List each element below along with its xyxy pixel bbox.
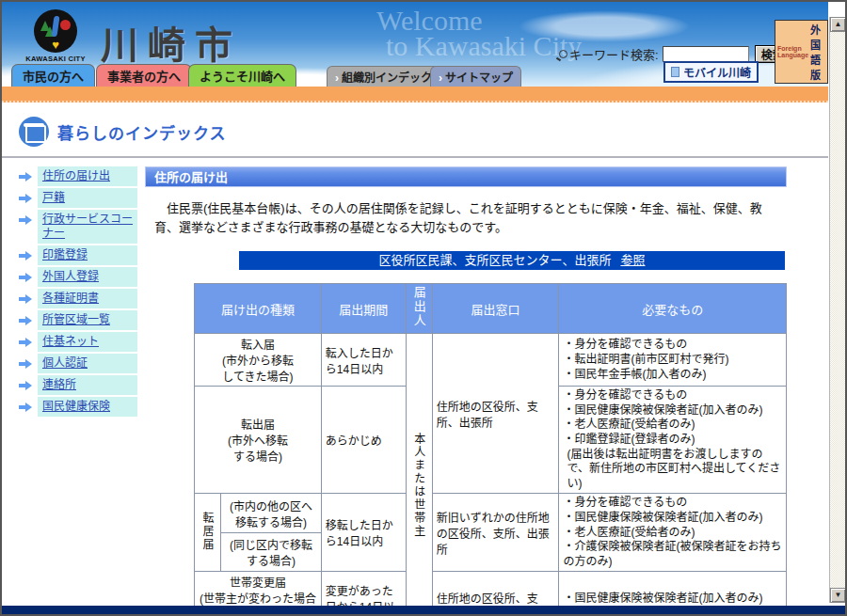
arrow-right-icon (19, 403, 32, 412)
arrow-right-icon (19, 294, 32, 304)
intro-paragraph: 住民票(住民基本台帳)は、その人の居住関係を記録し、これを証明するとともに保険・… (154, 199, 781, 237)
cell-tenkyo-period: 移転した日から14日以内 (321, 494, 406, 572)
watermark-line1: Welcome (376, 8, 582, 33)
foreign-language-en-label: ForeignLanguage (777, 45, 808, 58)
footer-bar (2, 606, 845, 614)
col-header-type: 届け出の種類 (195, 284, 322, 334)
tab-sitemap[interactable]: ›サイトマップ (430, 66, 521, 87)
sidebar-item-address-notification[interactable]: 住所の届け出 (19, 166, 145, 186)
sidebar-item-certificates[interactable]: 各種証明書 (19, 289, 145, 308)
scroll-up-icon[interactable]: ▲ (830, 17, 846, 32)
logo-river-shape (51, 16, 59, 38)
foreign-language-jp-label: 外国語版 (810, 22, 825, 82)
banner-watermark: Welcome to Kawasaki City (376, 8, 582, 58)
page-title: 住所の届け出 (145, 166, 787, 187)
page-body: 住所の届け出 戸籍 行政サービスコーナー 印鑑登録 外国人登録 各種証明書 (2, 166, 828, 616)
cell-tenshutsu-needs: ・身分を確認できるもの ・国民健康保険被保険者証(加入者のみ) ・老人医療証(受… (559, 387, 787, 494)
sidebar-item-label: 所管区域一覧 (38, 310, 137, 330)
search-icon (559, 50, 567, 58)
col-header-person: 届出人 (406, 284, 432, 334)
table-row-tennyu: 転入届 (市外から移転 してきた場合) 転入した日から14日以内 本人または世帯… (195, 334, 787, 387)
logo-sun-shape (60, 20, 71, 30)
sidebar-item-label: 住所の届け出 (38, 166, 137, 186)
arrow-right-icon (19, 381, 32, 390)
sidebar-item-liaison-office[interactable]: 連絡所 (19, 375, 145, 395)
arrow-right-icon (19, 359, 32, 369)
cell-tennyu-needs: ・身分を確認できるもの ・転出証明書(前市区町村で発行) ・国民年金手帳(加入者… (559, 334, 787, 387)
reference-text: 区役所区民課、支所区民センター、出張所 (379, 253, 612, 267)
arrow-right-icon (19, 338, 32, 347)
site-banner: Welcome to Kawasaki City ♥ KAWASAKI CITY… (2, 2, 828, 87)
cell-tenkyo-sub1: (市内の他の区へ 移転する場合) (220, 494, 321, 532)
cell-tenshutsu-period: あらかじめ (321, 387, 406, 494)
sidebar-item-label: 印鑑登録 (38, 245, 137, 265)
col-header-needs: 必要なもの (559, 284, 787, 334)
arrow-right-icon (19, 316, 32, 325)
kawasaki-city-logo[interactable]: ♥ KAWASAKI CITY (23, 9, 88, 63)
tab-org-index-label: 組織別インデックス (342, 71, 443, 85)
sidebar-item-label: 戸籍 (38, 188, 137, 208)
cell-tenkyo-sub2: (同じ区内で移転 する場合) (220, 532, 321, 571)
chevron-right-icon: › (439, 71, 442, 85)
sidebar-item-family-register[interactable]: 戸籍 (19, 188, 145, 208)
sidebar-item-label: 住基ネット (38, 332, 137, 352)
cell-tennyu-type: 転入届 (市外から移転 してきた場合) (195, 334, 322, 387)
reference-link[interactable]: 参照 (620, 253, 645, 267)
sidebar-item-seal-registration[interactable]: 印鑑登録 (19, 245, 145, 265)
cell-person: 本人または世帯主 (406, 334, 432, 616)
tab-welcome-kawasaki[interactable]: ようこそ川崎へ (188, 64, 296, 87)
table-header-row: 届け出の種類 届出期間 届出人 届出窓口 必要なもの (195, 284, 787, 334)
sidebar-item-label: 行政サービスコーナー (38, 210, 137, 244)
col-header-window: 届出窓口 (432, 284, 559, 334)
main-content: 住所の届け出 住民票(住民基本台帳)は、その人の居住関係を記録し、これを証明する… (145, 166, 828, 616)
cell-tennyu-period: 転入した日から14日以内 (321, 334, 406, 387)
foreign-language-button[interactable]: ForeignLanguage 外国語版 (775, 20, 828, 84)
arrow-right-icon (19, 215, 32, 225)
logo-caption: KAWASAKI CITY (23, 55, 88, 63)
section-title: 暮らしのインデックス (57, 120, 227, 144)
scroll-down-icon[interactable]: ▼ (830, 588, 846, 603)
arrow-right-icon (19, 251, 32, 261)
sidebar-item-jurisdiction-list[interactable]: 所管区域一覧 (19, 310, 145, 330)
mobile-kawasaki-label: モバイル川崎 (683, 64, 751, 80)
living-index-icon (19, 117, 49, 147)
tab-citizens[interactable]: 市民の方へ (11, 64, 95, 87)
cell-window-3: 新旧いずれかの住所地の区役所、支所、出張所 (432, 494, 559, 572)
orange-divider (2, 87, 828, 103)
cell-window-1: 住所地の区役所、支所、出張所 (432, 334, 559, 494)
cell-tenshutsu-type: 転出届 (市外へ移転 する場合) (195, 387, 322, 494)
sidebar-item-label: 連絡所 (38, 375, 137, 395)
arrow-right-icon (19, 172, 32, 182)
notification-table: 届け出の種類 届出期間 届出人 届出窓口 必要なもの 転入届 (市外から移転 し… (194, 283, 787, 616)
tab-sitemap-label: サイトマップ (445, 71, 513, 85)
sidebar-item-admin-service-corner[interactable]: 行政サービスコーナー (19, 210, 145, 244)
sidebar-item-label: 外国人登録 (38, 267, 137, 287)
sidebar-item-foreign-registration[interactable]: 外国人登録 (19, 267, 145, 287)
section-header: 暮らしのインデックス (2, 103, 828, 158)
chevron-right-icon: › (335, 71, 339, 85)
browser-page: Welcome to Kawasaki City ♥ KAWASAKI CITY… (0, 0, 847, 616)
site-title: 川崎市 (101, 15, 242, 70)
sidebar-item-label: 国民健康保険 (38, 397, 137, 417)
watermark-line2: to Kawasaki City (386, 33, 582, 58)
sidebar-item-personal-auth[interactable]: 個人認証 (19, 354, 145, 373)
arrow-right-icon (19, 194, 32, 203)
table-row-tenkyo-1: 転居届 (市内の他の区へ 移転する場合) 移転した日から14日以内 新旧いずれか… (195, 494, 787, 532)
col-header-period: 届出期間 (321, 284, 406, 334)
search-label: キーワード検索: (569, 45, 659, 63)
arrow-right-icon (19, 273, 32, 282)
sidebar-item-label: 個人認証 (38, 354, 137, 373)
logo-heart-shape: ♥ (34, 39, 77, 51)
tab-business[interactable]: 事業者の方へ (96, 64, 192, 87)
sidebar-item-juki-net[interactable]: 住基ネット (19, 332, 145, 352)
mobile-kawasaki-button[interactable]: モバイル川崎 (663, 61, 759, 83)
sidebar-nav: 住所の届け出 戸籍 行政サービスコーナー 印鑑登録 外国人登録 各種証明書 (19, 166, 145, 616)
sidebar-item-national-health-insurance[interactable]: 国民健康保険 (19, 397, 145, 417)
vertical-scrollbar[interactable]: ▲ ▼ (829, 17, 845, 603)
cell-tenkyo-needs: ・身分を確認できるもの ・国民健康保険被保険者証(加入者のみ) ・老人医療証(受… (559, 494, 787, 572)
mobile-phone-icon (671, 67, 679, 77)
kawasaki-logo-icon: ♥ (34, 9, 77, 53)
keyword-search-input[interactable] (663, 46, 749, 62)
reference-bar: 区役所区民課、支所区民センター、出張所参照 (239, 251, 785, 270)
sidebar-item-label: 各種証明書 (38, 289, 137, 308)
